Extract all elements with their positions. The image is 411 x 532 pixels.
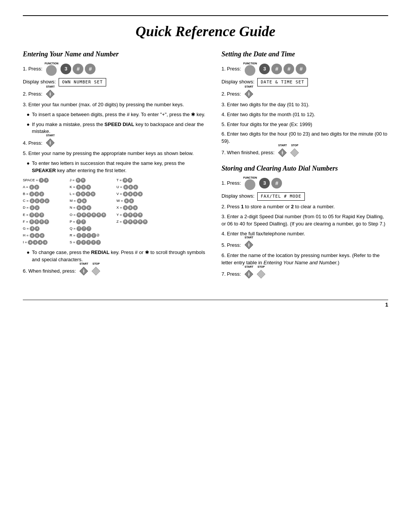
ad-display-value: FAX/TEL # MODE	[257, 192, 305, 201]
left-column: Entering Your Name and Number 1. Press: …	[23, 50, 206, 283]
start-key-6: START	[79, 266, 89, 276]
dt-function-key	[245, 65, 255, 76]
step3-line: 3. Enter your fax number (max. of 20 dig…	[23, 101, 206, 109]
bullet-sym-3: ●	[27, 160, 30, 174]
stop-key-6: STOP	[91, 266, 101, 276]
step6-line: 6. When finished, press: START STOP	[23, 266, 206, 276]
dt-step7-line: 7. When finished, press: START STOP	[221, 148, 388, 158]
key-hash-1: #	[73, 64, 83, 74]
lt-r: R = 7777②	[70, 232, 113, 238]
dt-step6: 6. Enter two digits for the hour (00 to …	[221, 131, 388, 145]
dt-step3: 3. Enter two digits for the day (01 to 3…	[221, 101, 388, 109]
svg-marker-16	[257, 270, 265, 278]
bullet2-line: ● If you make a mistake, press the SPEED…	[27, 121, 206, 136]
lt-q: Q = 777	[70, 225, 113, 232]
step2-label: 2. Press:	[23, 90, 42, 98]
lt-e: E = 333	[23, 212, 66, 218]
ad-step3: 3. Enter a 2-digit Speed Dial number (fr…	[221, 213, 388, 228]
ad-step7-label: 7. Press:	[221, 270, 241, 278]
dt-key-3: 3	[259, 64, 270, 74]
step4-line: 4. Press: START	[23, 138, 206, 148]
ad-step1-label: 1. Press:	[221, 179, 241, 187]
bullet1-line: ● To insert a space between digits, pres…	[27, 111, 206, 118]
lt-y: Y = 9999	[116, 212, 159, 218]
bullet-sym-1: ●	[27, 111, 30, 118]
ad-start-key-5: START	[244, 240, 254, 250]
ad-step5-line: 5. Press: START	[221, 240, 388, 250]
svg-marker-11	[290, 149, 299, 157]
lt-v: V = 8888	[116, 191, 159, 197]
lt-empty1	[163, 177, 206, 183]
dt-start-key-7: START	[277, 148, 287, 158]
ad-display-shows: Display shows: FAX/TEL # MODE	[221, 192, 388, 201]
lt-empty12	[116, 239, 159, 245]
bullet2-text: If you make a mistake, press the SPEED D…	[32, 121, 206, 136]
step4-label: 4. Press:	[23, 139, 42, 147]
page-number: 1	[23, 302, 388, 308]
lt-m: M = 66	[70, 198, 113, 204]
ad-step1-line: 1. Press: FUNCTION 3 #	[221, 176, 388, 190]
lt-g: G = 44	[23, 225, 66, 232]
right-column: Setting the Date and Time 1. Press: FUNC…	[221, 50, 388, 284]
ad-start-svg-5	[244, 240, 254, 250]
svg-marker-6	[92, 267, 100, 275]
key-3: 3	[61, 64, 71, 74]
lt-w: W = 99	[116, 198, 159, 204]
ad-key-3: 3	[259, 178, 270, 189]
ad-function-key	[245, 179, 255, 190]
letter-table: SPACE = 11 J = 55 T = 88 A = 22 K = 555 …	[23, 177, 206, 245]
ad-step6: 6. Enter the name of the location by pre…	[221, 252, 388, 267]
lt-t: T = 88	[116, 177, 159, 183]
step6-label: 6. When finished, press:	[23, 267, 76, 275]
step1-line: 1. Press: FUNCTION 3 # #	[23, 62, 206, 76]
stop-diamond-svg-6	[91, 266, 101, 276]
lt-c: C = 2222	[23, 198, 66, 204]
dt-start-svg-7	[277, 148, 287, 158]
step5-line: 5. Enter your name by pressing the appro…	[23, 150, 206, 157]
dt-step2-line: 2. Press: START	[221, 89, 388, 99]
section-date-time: Setting the Date and Time 1. Press: FUNC…	[221, 50, 388, 158]
dt-start-label-2: START	[245, 85, 253, 89]
lt-o: O = 666666	[70, 212, 113, 218]
dt-start-label-7: START	[278, 144, 287, 148]
dt-stop-svg-7	[290, 148, 299, 158]
ad-start-label-7: START	[245, 265, 253, 269]
ad-start-svg-7	[244, 269, 254, 279]
lt-empty7	[163, 219, 206, 225]
bottom-rule	[23, 300, 388, 300]
lt-b: B = 222	[23, 191, 66, 197]
dt-key-hash-3: #	[296, 64, 306, 74]
start-label-4: START	[46, 134, 55, 138]
lt-x: X = 999	[116, 204, 159, 211]
lt-empty6	[163, 212, 206, 218]
dt-step1-line: 1. Press: FUNCTION 3 # # #	[221, 62, 388, 76]
lt-n: N = 666	[70, 204, 113, 211]
page-title: Quick Reference Guide	[23, 23, 388, 40]
lt-z: Z = 99999	[116, 219, 159, 225]
start-diamond-svg-6	[79, 266, 89, 276]
ad-function-label: FUNCTION	[243, 176, 257, 179]
dt-stop-label-7: STOP	[291, 144, 298, 148]
dt-display-value: DATE & TIME SET	[257, 78, 307, 86]
dt-step5: 5. Enter four digits for the year (Ex: 1…	[221, 121, 388, 128]
dt-function-label: FUNCTION	[243, 62, 257, 65]
ad-step7-line: 7. Press: START STOP	[221, 269, 388, 279]
lt-h: H = 444	[23, 232, 66, 238]
step1-label: 1. Press:	[23, 65, 42, 73]
lt-empty8	[116, 225, 159, 232]
dt-key-hash-1: #	[271, 64, 282, 74]
bullet4-text: To change case, press the REDIAL key. Pr…	[32, 249, 206, 264]
lt-empty2	[163, 184, 206, 190]
bullet3-line: ● To enter two letters in succession tha…	[27, 160, 206, 174]
dt-display-label: Display shows:	[221, 79, 255, 85]
bullet1-text: To insert a space between digits, press …	[32, 111, 206, 118]
lt-space: SPACE = 11	[23, 177, 66, 183]
dt-step4: 4. Enter two digits for the month (01 to…	[221, 111, 388, 118]
section-entering-name-title: Entering Your Name and Number	[23, 50, 206, 58]
function-label: FUNCTION	[45, 62, 58, 65]
ad-key-hash-1: #	[271, 178, 282, 189]
ad-step2: 2. Press 1 to store a number or 2 to cle…	[221, 203, 388, 211]
dt-step7-label: 7. When finished, press:	[221, 149, 274, 157]
lt-l: L = 5555	[70, 191, 113, 197]
display-value-1: OWN NUMBER SET	[59, 78, 106, 86]
